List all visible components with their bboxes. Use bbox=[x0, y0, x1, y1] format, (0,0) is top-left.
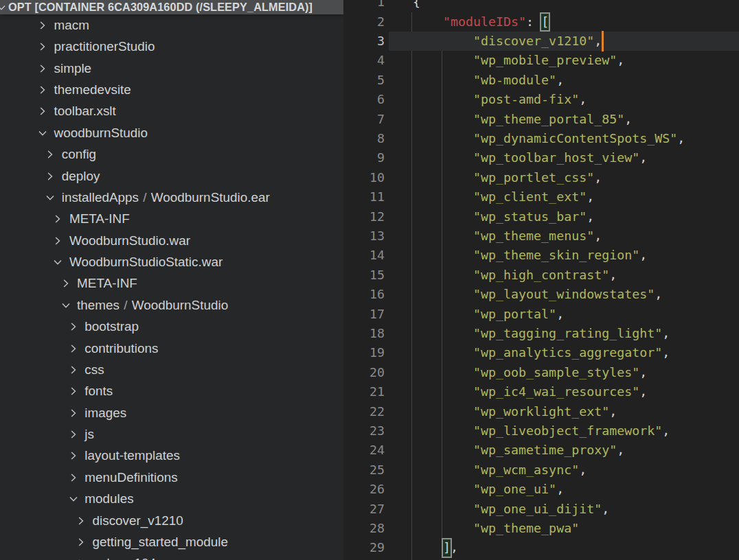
editor-line-18[interactable]: 18 "wp_tagging_rating_light", bbox=[343, 324, 739, 343]
line-number: 25 bbox=[343, 460, 385, 480]
tree-item-practitionerstudio[interactable]: practitionerStudio bbox=[0, 36, 343, 58]
token-string: "wp_portlet_css" bbox=[473, 170, 594, 185]
explorer-section-header[interactable]: OPT [CONTAINER 6CA309A160DD (/SLEEPY_ALM… bbox=[0, 0, 343, 14]
editor-line-20[interactable]: 20 "wp_oob_sample_styles", bbox=[343, 363, 739, 382]
tree-item-images[interactable]: images bbox=[0, 402, 343, 423]
tree-item-js[interactable]: js bbox=[0, 423, 343, 445]
tree-item-themes-woodburnstudio[interactable]: themes / WoodburnStudio bbox=[0, 294, 343, 316]
editor-line-6[interactable]: 6 "post-amd-fix", bbox=[343, 90, 739, 109]
editor-line-21[interactable]: 21 "wp_ic4_wai_resources", bbox=[343, 382, 739, 401]
chevron-right-icon bbox=[68, 321, 79, 332]
tree-item-toolbar-xslt[interactable]: toolbar.xslt bbox=[0, 101, 343, 122]
editor-line-24[interactable]: 24 "wp_sametime_proxy", bbox=[343, 441, 739, 460]
tree-item-fonts[interactable]: fonts bbox=[0, 381, 343, 402]
token-punct bbox=[413, 131, 473, 145]
editor-line-29[interactable]: 29 ], bbox=[343, 538, 739, 557]
tree-item-discover-v1210[interactable]: discover_v1210 bbox=[0, 510, 343, 531]
token-string: "wp_analytics_aggregator" bbox=[473, 345, 662, 360]
token-punct: , bbox=[587, 189, 594, 204]
token-punct bbox=[413, 268, 473, 282]
tree-item-meta-inf[interactable]: META-INF bbox=[0, 209, 343, 230]
token-string: "wp_worklight_ext" bbox=[473, 404, 609, 419]
tree-item-woodburnstudiostatic-war[interactable]: WoodburnStudioStatic.war bbox=[0, 251, 343, 272]
editor-line-14[interactable]: 14 "wp_theme_skin_region", bbox=[343, 246, 739, 265]
code-editor[interactable]: 1{2 "moduleIDs": [3 "discover_v1210",4 "… bbox=[343, 0, 739, 560]
tree-item-bootstrap[interactable]: bootstrap bbox=[0, 316, 343, 338]
chevron-right-icon bbox=[68, 408, 79, 419]
code-text: "wp_theme_menus", bbox=[413, 226, 602, 246]
chevron-right-icon bbox=[37, 84, 48, 95]
token-punct bbox=[413, 209, 473, 224]
tree-item-themedevsite[interactable]: themedevsite bbox=[0, 79, 343, 100]
code-text: "wp_one_ui", bbox=[413, 480, 564, 499]
token-punct: , bbox=[617, 443, 624, 457]
vscode-window: { "colors": { "editor_bg": "#212122", "s… bbox=[0, 0, 739, 560]
editor-line-22[interactable]: 22 "wp_worklight_ext", bbox=[343, 402, 739, 421]
editor-line-7[interactable]: 7 "wp_theme_portal_85", bbox=[343, 110, 739, 129]
token-string: "wp_ic4_wai_resources" bbox=[473, 384, 639, 399]
editor-line-13[interactable]: 13 "wp_theme_menus", bbox=[343, 226, 739, 246]
tree-item-contributions[interactable]: contributions bbox=[0, 338, 343, 359]
editor-line-12[interactable]: 12 "wp_status_bar", bbox=[343, 207, 739, 226]
editor-line-9[interactable]: 9 "wp_toolbar_host_view", bbox=[343, 148, 739, 167]
token-punct bbox=[413, 73, 473, 87]
token-string: "wp_one_ui_dijit" bbox=[473, 502, 602, 516]
editor-line-16[interactable]: 16 "wp_layout_windowstates", bbox=[343, 285, 739, 304]
editor-line-5[interactable]: 5 "wb-module", bbox=[343, 71, 739, 90]
compact-folder-separator: / bbox=[120, 297, 132, 312]
tree-item-deploy[interactable]: deploy bbox=[0, 165, 343, 187]
explorer-sidebar: OPT [CONTAINER 6CA309A160DD (/SLEEPY_ALM… bbox=[0, 0, 343, 560]
token-punct: : bbox=[526, 14, 541, 29]
editor-line-27[interactable]: 27 "wp_one_ui_dijit", bbox=[343, 500, 739, 519]
editor-line-28[interactable]: 28 "wp_theme_pwa" bbox=[343, 519, 739, 538]
editor-line-3[interactable]: 3 "discover_v1210", bbox=[343, 32, 739, 51]
tree-item-woodburnstudio-war[interactable]: WoodburnStudio.war bbox=[0, 230, 343, 251]
tree-item-label: css bbox=[84, 362, 104, 377]
editor-line-15[interactable]: 15 "wp_high_contrast", bbox=[343, 266, 739, 285]
editor-line-2[interactable]: 2 "moduleIDs": [ bbox=[343, 12, 739, 32]
tree-item-installedapps-woodburnstudio-ear[interactable]: installedApps / WoodburnStudio.ear bbox=[0, 187, 343, 208]
editor-line-4[interactable]: 4 "wp_mobile_preview", bbox=[343, 51, 739, 70]
token-punct bbox=[413, 248, 473, 262]
tree-item-label: layout-templates bbox=[84, 448, 180, 463]
tree-item-macm[interactable]: macm bbox=[0, 14, 343, 36]
token-punct bbox=[413, 423, 473, 438]
line-number: 27 bbox=[343, 500, 385, 519]
tree-item-getting-started-module[interactable]: getting_started_module bbox=[0, 531, 343, 552]
token-punct: , bbox=[587, 209, 594, 224]
token-string: "wp_high_contrast" bbox=[473, 268, 609, 282]
line-number: 26 bbox=[343, 480, 385, 499]
tree-item-woodburnstudio[interactable]: woodburnStudio bbox=[0, 122, 343, 143]
token-punct: , bbox=[579, 92, 587, 106]
editor-line-23[interactable]: 23 "wp_liveobject_framework", bbox=[343, 421, 739, 441]
tree-item-simple[interactable]: simple bbox=[0, 58, 343, 79]
code-text: "wp_status_bar", bbox=[413, 207, 594, 226]
tree-item-config[interactable]: config bbox=[0, 144, 343, 165]
tree-item-css[interactable]: css bbox=[0, 359, 343, 380]
chevron-right-icon bbox=[68, 386, 79, 397]
tree-item-modules[interactable]: modules bbox=[0, 489, 343, 510]
editor-line-11[interactable]: 11 "wp_client_ext", bbox=[343, 187, 739, 207]
tree-item-nako-v104[interactable]: nako_v104 bbox=[0, 553, 343, 560]
token-punct bbox=[413, 53, 473, 67]
token-punct bbox=[413, 365, 473, 380]
editor-line-19[interactable]: 19 "wp_analytics_aggregator", bbox=[343, 343, 739, 362]
tree-item-meta-inf[interactable]: META-INF bbox=[0, 273, 343, 294]
line-number: 11 bbox=[343, 187, 385, 207]
editor-line-25[interactable]: 25 "wp_wcm_async", bbox=[343, 460, 739, 480]
line-number: 14 bbox=[343, 246, 385, 265]
code-text: "wp_theme_skin_region", bbox=[413, 246, 647, 265]
editor-line-26[interactable]: 26 "wp_one_ui", bbox=[343, 480, 739, 499]
chevron-right-icon bbox=[68, 472, 79, 483]
token-string: "wp_layout_windowstates" bbox=[473, 287, 655, 301]
tree-item-label: WoodburnStudio.war bbox=[69, 233, 190, 248]
chevron-right-icon bbox=[37, 20, 48, 31]
editor-line-1[interactable]: 1{ bbox=[343, 0, 739, 12]
editor-line-10[interactable]: 10 "wp_portlet_css", bbox=[343, 168, 739, 187]
editor-line-17[interactable]: 17 "wp_portal", bbox=[343, 305, 739, 324]
line-number: 16 bbox=[343, 285, 385, 304]
tree-item-layout-templates[interactable]: layout-templates bbox=[0, 445, 343, 467]
editor-line-8[interactable]: 8 "wp_dynamicContentSpots_WS", bbox=[343, 129, 739, 148]
tree-item-menudefinitions[interactable]: menuDefinitions bbox=[0, 467, 343, 488]
token-punct: , bbox=[556, 73, 564, 87]
